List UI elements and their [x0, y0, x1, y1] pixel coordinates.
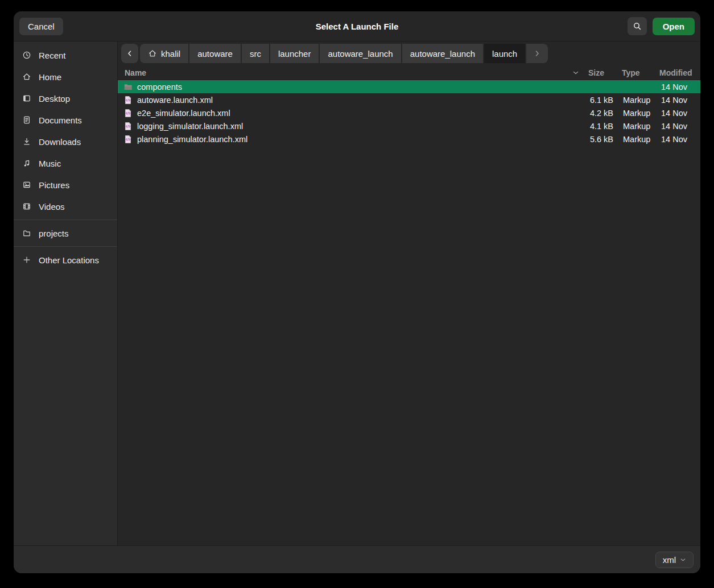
column-header-modified[interactable]: Modified: [659, 68, 700, 77]
folder-outline-icon: [22, 229, 31, 238]
breadcrumb-segment-launch[interactable]: launch: [484, 44, 525, 63]
chevron-right-icon: [533, 49, 542, 58]
file-filter-value: xml: [663, 555, 676, 565]
music-note-icon: [22, 159, 31, 168]
sidebar-item-other-locations[interactable]: Other Locations: [14, 249, 117, 271]
file-type: Markup: [622, 135, 659, 144]
dialog-body: RecentHomeDesktopDocumentsDownloadsMusic…: [14, 42, 700, 545]
file-row[interactable]: autoware.launch.xml6.1 kBMarkup14 Nov: [118, 93, 700, 106]
file-name-cell: components: [118, 82, 566, 92]
file-type: Markup: [622, 96, 659, 105]
sidebar-separator: [14, 246, 117, 247]
titlebar-actions: Open: [628, 17, 695, 35]
cancel-button[interactable]: Cancel: [19, 18, 63, 35]
file-row[interactable]: logging_simulator.launch.xml4.1 kBMarkup…: [118, 119, 700, 132]
list-header: Name Size Type Modified: [118, 65, 700, 80]
chevron-down-icon: [680, 557, 686, 563]
sidebar-item-label: Downloads: [39, 137, 81, 147]
sort-indicator-icon[interactable]: [566, 69, 579, 76]
file-name-cell: e2e_simulator.launch.xml: [118, 109, 566, 118]
content-pane: khalilautowaresrclauncherautoware_launch…: [118, 42, 700, 545]
file-size: 4.2 kB: [579, 109, 613, 118]
sidebar: RecentHomeDesktopDocumentsDownloadsMusic…: [14, 42, 118, 545]
file-name-cell: autoware.launch.xml: [118, 96, 566, 105]
sidebar-item-label: Documents: [39, 115, 82, 125]
xml-file-icon: [123, 96, 133, 105]
search-icon: [633, 22, 642, 31]
breadcrumb-segment-label: autoware_launch: [410, 49, 475, 59]
breadcrumb: khalilautowaresrclauncherautoware_launch…: [140, 44, 548, 63]
file-modified: 14 Nov: [659, 135, 700, 144]
column-header-size[interactable]: Size: [579, 68, 613, 77]
document-icon: [22, 115, 31, 125]
file-name: autoware.launch.xml: [137, 96, 213, 105]
forward-chevron[interactable]: [526, 44, 548, 63]
breadcrumb-segment-launcher[interactable]: launcher: [270, 44, 319, 63]
file-name: planning_simulator.launch.xml: [137, 135, 247, 144]
home-icon: [22, 72, 31, 81]
sidebar-item-label: projects: [39, 229, 69, 238]
home-icon: [148, 49, 157, 58]
file-name: components: [137, 82, 182, 92]
breadcrumb-segment-autoware[interactable]: autoware: [189, 44, 241, 63]
file-row[interactable]: planning_simulator.launch.xml5.6 kBMarku…: [118, 132, 700, 146]
folder-icon: [123, 82, 133, 92]
breadcrumb-segment-khalil[interactable]: khalil: [140, 44, 188, 63]
sidebar-item-label: Desktop: [39, 94, 70, 103]
sidebar-item-recent[interactable]: Recent: [14, 44, 117, 66]
sidebar-item-downloads[interactable]: Downloads: [14, 131, 117, 152]
sidebar-item-projects[interactable]: projects: [14, 222, 117, 244]
plus-icon: [22, 255, 31, 264]
path-bar: khalilautowaresrclauncherautoware_launch…: [118, 42, 700, 65]
back-button[interactable]: [121, 44, 138, 63]
breadcrumb-segment-autoware_launch[interactable]: autoware_launch: [320, 44, 401, 63]
desktop-icon: [22, 94, 31, 103]
sidebar-item-desktop[interactable]: Desktop: [14, 88, 117, 109]
file-row[interactable]: e2e_simulator.launch.xml4.2 kBMarkup14 N…: [118, 106, 700, 119]
breadcrumb-segment-label: autoware_launch: [328, 49, 393, 59]
breadcrumb-segment-src[interactable]: src: [242, 44, 269, 63]
search-button[interactable]: [628, 17, 647, 35]
breadcrumb-segment-autoware_launch[interactable]: autoware_launch: [402, 44, 483, 63]
file-chooser-dialog: Cancel Select A Launch File Open RecentH…: [14, 11, 700, 573]
open-button[interactable]: Open: [653, 18, 695, 35]
sidebar-item-label: Music: [39, 159, 61, 168]
file-type: Markup: [622, 122, 659, 131]
film-icon: [22, 202, 31, 211]
sidebar-item-home[interactable]: Home: [14, 66, 117, 88]
sidebar-item-music[interactable]: Music: [14, 152, 117, 174]
sidebar-item-label: Other Locations: [39, 255, 99, 265]
xml-file-icon: [123, 122, 133, 131]
window-title: Select A Launch File: [14, 22, 700, 31]
breadcrumb-segment-label: launch: [492, 49, 517, 59]
clock-icon: [22, 51, 31, 60]
file-modified: 14 Nov: [659, 122, 700, 131]
file-filter-dropdown[interactable]: xml: [655, 552, 694, 568]
sidebar-list: RecentHomeDesktopDocumentsDownloadsMusic…: [14, 44, 117, 271]
sidebar-item-pictures[interactable]: Pictures: [14, 174, 117, 196]
file-size: 4.1 kB: [579, 122, 613, 131]
file-name-cell: planning_simulator.launch.xml: [118, 135, 566, 144]
column-header-name[interactable]: Name: [118, 68, 566, 77]
file-row[interactable]: components14 Nov: [118, 80, 700, 93]
breadcrumb-segment-label: khalil: [161, 49, 180, 59]
file-size: 6.1 kB: [579, 96, 613, 105]
sidebar-item-label: Pictures: [39, 180, 69, 190]
file-modified: 14 Nov: [659, 82, 700, 92]
sidebar-item-videos[interactable]: Videos: [14, 196, 117, 217]
titlebar: Cancel Select A Launch File Open: [14, 11, 700, 42]
sidebar-item-documents[interactable]: Documents: [14, 109, 117, 131]
file-modified: 14 Nov: [659, 109, 700, 118]
column-header-type[interactable]: Type: [622, 68, 659, 77]
file-name: logging_simulator.launch.xml: [137, 122, 243, 131]
picture-icon: [22, 180, 31, 189]
xml-file-icon: [123, 109, 133, 118]
footer-bar: xml: [14, 545, 700, 573]
chevron-left-icon: [125, 49, 134, 58]
xml-file-icon: [123, 135, 133, 144]
file-list: components14 Novautoware.launch.xml6.1 k…: [118, 80, 700, 545]
breadcrumb-segment-label: launcher: [278, 49, 311, 59]
file-name-cell: logging_simulator.launch.xml: [118, 122, 566, 131]
file-type: Markup: [622, 109, 659, 118]
file-name: e2e_simulator.launch.xml: [137, 109, 230, 118]
